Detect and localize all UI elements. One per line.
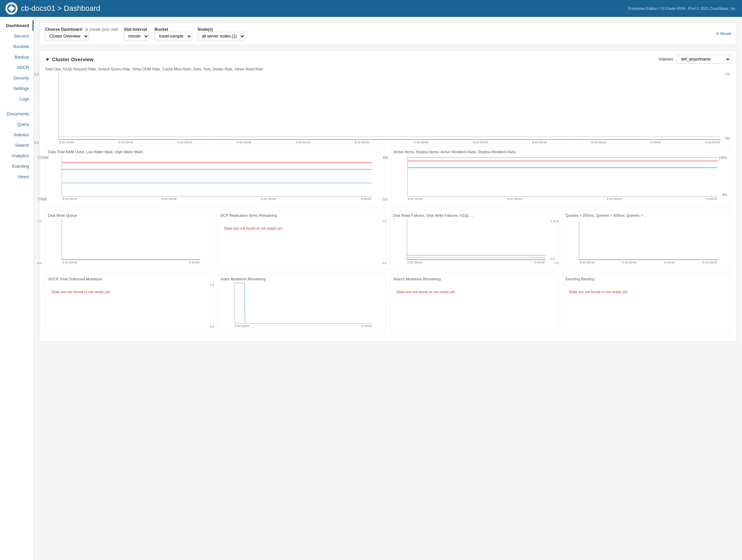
sidebar-item-eventing[interactable]: Eventing bbox=[0, 161, 33, 171]
disk-read-y-right-bottom: 0.0 bbox=[550, 257, 555, 260]
index-mutations-area bbox=[234, 283, 373, 324]
app-layout: Dashboard Servers Buckets Backup XDCR Se… bbox=[0, 17, 742, 560]
disk-write-queue-wrapper: 1.0 0.0 8:42:30AM 8:43AM bbox=[48, 219, 210, 264]
controls-bar: Choose Dashboard or create your own Clus… bbox=[39, 22, 737, 45]
sidebar-item-indexes[interactable]: Indexes bbox=[0, 130, 33, 140]
cluster-overview-section: ▼ Cluster Overview Indexes: def_airportn… bbox=[39, 50, 737, 342]
disk-read-area: 1.0 0.0 bbox=[407, 219, 545, 260]
section-title-text: Cluster Overview bbox=[52, 56, 94, 62]
bucket-select[interactable]: travel-sample bbox=[155, 32, 192, 41]
dcp-replication-title: DCP Replication Items Remaining bbox=[221, 213, 383, 217]
xdcr-mutations-title: XDCR Total Outbound Mutations bbox=[48, 277, 210, 281]
index-mutations-y-bottom: 0.0 bbox=[210, 325, 214, 328]
search-mutations-card: Search Mutations Remaining Stats are not… bbox=[390, 274, 559, 333]
edition-info: Enterprise Edition 7.0.0 build 4534 · IP… bbox=[628, 6, 737, 10]
ram-chart-svg bbox=[62, 156, 372, 196]
indexes-select[interactable]: def_airportname bbox=[677, 55, 731, 64]
stat-interval-select[interactable]: minute hour day bbox=[124, 32, 149, 41]
dcp-replication-card: DCP Replication Items Remaining Stats ar… bbox=[218, 210, 386, 270]
disk-write-queue-title: Disk Write Queue bbox=[48, 213, 210, 217]
sidebar-item-search[interactable]: Search bbox=[0, 140, 33, 150]
ram-chart-x-labels: 8:42:15AM 8:42:30AM 8:42:45AM 8:43AM bbox=[62, 197, 372, 201]
active-items-chart-wrapper: 65k 0.0 100% 0% bbox=[394, 156, 728, 201]
sidebar-item-dashboard[interactable]: Dashboard bbox=[0, 20, 33, 31]
queries-title: Queries > 250ms, Queries > 500ms, Querie… bbox=[565, 213, 728, 217]
ram-chart-area bbox=[62, 156, 372, 196]
active-items-chart-card: Active Items, Replica Items, Active Resi… bbox=[391, 147, 731, 206]
active-items-y-right-top: 100% bbox=[718, 156, 727, 160]
main-chart-wrapper: 1.0 0.0 1% 0% 8:42:10AM bbox=[45, 72, 731, 144]
sidebar-item-logs[interactable]: Logs bbox=[0, 94, 33, 104]
sidebar-divider bbox=[0, 106, 33, 107]
eventing-backlog-card: Eventing Backlog Stats are not found or … bbox=[562, 274, 731, 333]
active-items-x-labels: 8:42:15AM 8:42:30AM 8:42:45AM 8:43AM bbox=[407, 197, 718, 201]
ram-chart-y-top: 170MiB bbox=[37, 156, 49, 160]
active-items-y-bottom: 0.0 bbox=[383, 197, 388, 201]
sidebar-item-servers[interactable]: Servers bbox=[0, 31, 33, 41]
nodes-group: Node(s) all server nodes (1) bbox=[198, 27, 245, 41]
small-charts-row: Disk Write Queue 1.0 0.0 8:42:30AM bbox=[45, 210, 731, 270]
active-items-y-top: 65k bbox=[383, 156, 388, 160]
disk-read-failures-wrapper: 1.0 0.0 1.0 0.0 bbox=[393, 219, 556, 264]
sidebar-item-views[interactable]: Views bbox=[0, 171, 33, 182]
sidebar-item-backup[interactable]: Backup bbox=[0, 52, 33, 62]
search-mutations-title: Search Mutations Remaining bbox=[393, 277, 556, 281]
section-header: ▼ Cluster Overview Indexes: def_airportn… bbox=[45, 55, 731, 64]
active-items-chart-area: 100% 0% bbox=[407, 156, 718, 196]
reset-label: Reset bbox=[720, 31, 731, 36]
sidebar-item-documents[interactable]: Documents bbox=[0, 109, 33, 119]
main-chart-y-right-bottom: 0% bbox=[725, 137, 730, 140]
nodes-label: Node(s) bbox=[198, 27, 213, 32]
sidebar-item-analytics[interactable]: Analytics bbox=[0, 150, 33, 161]
xdcr-stats-not-found: Stats are not found or not ready yet bbox=[48, 283, 210, 301]
sidebar-item-buckets[interactable]: Buckets bbox=[0, 41, 33, 52]
sidebar-item-xdcr[interactable]: XDCR bbox=[0, 62, 33, 73]
sidebar-item-security[interactable]: Security bbox=[0, 73, 33, 83]
section-title: ▼ Cluster Overview bbox=[45, 56, 93, 62]
disk-read-y-top: 1.0 bbox=[382, 219, 387, 223]
main-chart-y-top: 1.0 bbox=[34, 72, 39, 76]
header: cb-docs01 > Dashboard Enterprise Edition… bbox=[0, 0, 742, 17]
stat-interval-group: Stat Interval minute hour day bbox=[124, 27, 149, 41]
reset-button[interactable]: ↺ Reset bbox=[716, 31, 731, 36]
main-chart-y-right-top: 1% bbox=[725, 72, 730, 76]
nodes-select[interactable]: all server nodes (1) bbox=[198, 32, 245, 41]
main-chart-svg bbox=[59, 72, 721, 140]
main-content: Choose Dashboard or create your own Clus… bbox=[34, 17, 742, 560]
page-title: cb-docs01 > Dashboard bbox=[21, 4, 100, 13]
ram-chart-title: Data Total RAM Used, Low Water Mark, Hig… bbox=[48, 150, 382, 154]
dcp-stats-not-found: Stats are not found or not ready yet bbox=[221, 219, 383, 237]
main-chart: Total Ops, N1QL Request Rate, Search Que… bbox=[45, 67, 731, 144]
disk-read-y-right-top: 1.0 bbox=[550, 219, 555, 223]
main-chart-title: Total Ops, N1QL Request Rate, Search Que… bbox=[45, 67, 731, 71]
queries-y-bottom: 0.0 bbox=[555, 261, 559, 265]
sidebar-item-settings[interactable]: Settings bbox=[0, 83, 33, 94]
sidebar-item-query[interactable]: Query bbox=[0, 119, 33, 130]
index-mutations-card: Index Mutations Remaining 1.0 0.0 8:42:3… bbox=[218, 274, 386, 333]
disk-write-area bbox=[62, 219, 200, 260]
main-chart-area: 1% 0% bbox=[59, 72, 721, 140]
disk-write-y-bottom: 0.0 bbox=[37, 261, 42, 265]
chart-row-2: Data Total RAM Used, Low Water Mark, Hig… bbox=[45, 147, 731, 206]
ram-chart-card: Data Total RAM Used, Low Water Mark, Hig… bbox=[45, 147, 385, 206]
disk-write-y-top: 1.0 bbox=[37, 219, 42, 223]
choose-dashboard-group: Choose Dashboard or create your own Clus… bbox=[45, 27, 118, 41]
indexes-label: Indexes: bbox=[659, 57, 674, 62]
sidebar: Dashboard Servers Buckets Backup XDCR Se… bbox=[0, 17, 34, 560]
eventing-backlog-title: Eventing Backlog bbox=[565, 277, 728, 281]
dashboard-select[interactable]: Cluster Overview bbox=[45, 32, 89, 41]
disk-read-failures-title: Disk Read Failures, Disk Write Failures,… bbox=[393, 213, 556, 217]
active-items-chart-title: Active Items, Replica Items, Active Resi… bbox=[394, 150, 728, 154]
bottom-charts-row: XDCR Total Outbound Mutations Stats are … bbox=[45, 274, 731, 333]
main-chart-y-bottom: 0.0 bbox=[34, 141, 39, 145]
ram-chart-wrapper: 170MiB 77MiB 8:42:15AM bbox=[48, 156, 382, 201]
index-mutations-y-top: 1.0 bbox=[210, 283, 214, 286]
logo bbox=[5, 2, 18, 15]
stat-interval-label: Stat Interval bbox=[124, 27, 147, 32]
ram-chart-y-bottom: 77MiB bbox=[37, 197, 47, 201]
indexes-control: Indexes: def_airportname bbox=[659, 55, 731, 64]
bucket-group: Bucket travel-sample bbox=[155, 27, 192, 41]
eventing-stats-not-found: Stats are not found or not ready yet bbox=[565, 283, 728, 301]
xdcr-mutations-card: XDCR Total Outbound Mutations Stats are … bbox=[45, 274, 213, 333]
choose-dashboard-label: Choose Dashboard bbox=[45, 27, 82, 32]
